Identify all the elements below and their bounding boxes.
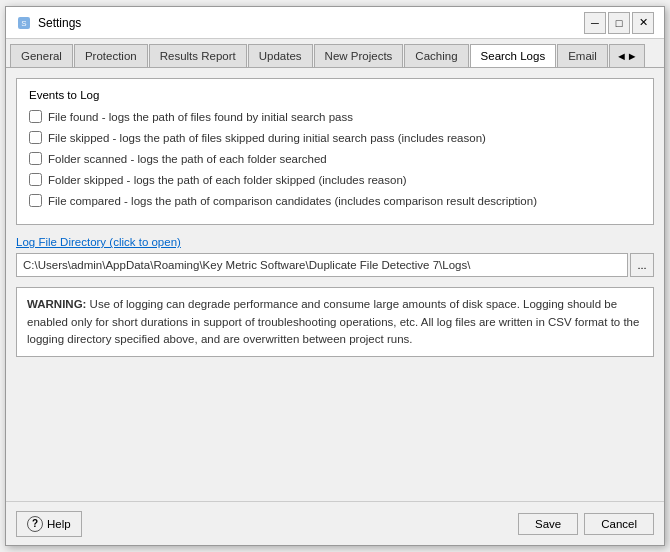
- file-found-checkbox[interactable]: [29, 110, 42, 123]
- maximize-button[interactable]: □: [608, 12, 630, 34]
- footer-left: ? Help: [16, 511, 82, 537]
- tab-bar: General Protection Results Report Update…: [6, 39, 664, 68]
- tab-search-logs[interactable]: Search Logs: [470, 44, 557, 68]
- help-button[interactable]: ? Help: [16, 511, 82, 537]
- tab-email[interactable]: Email: [557, 44, 608, 68]
- checkbox-row-file-skipped: File skipped - logs the path of files sk…: [29, 130, 641, 146]
- folder-skipped-checkbox[interactable]: [29, 173, 42, 186]
- tab-updates[interactable]: Updates: [248, 44, 313, 68]
- warning-text: Use of logging can degrade performance a…: [27, 298, 639, 345]
- file-compared-checkbox[interactable]: [29, 194, 42, 207]
- checkbox-row-file-found: File found - logs the path of files foun…: [29, 109, 641, 125]
- cancel-button[interactable]: Cancel: [584, 513, 654, 535]
- checkbox-row-file-compared: File compared - logs the path of compari…: [29, 193, 641, 209]
- tab-overflow-button[interactable]: ◄►: [609, 44, 645, 68]
- content-area: Events to Log File found - logs the path…: [6, 68, 664, 501]
- title-bar-left: S Settings: [16, 15, 81, 31]
- tab-caching[interactable]: Caching: [404, 44, 468, 68]
- tab-general[interactable]: General: [10, 44, 73, 68]
- tab-protection[interactable]: Protection: [74, 44, 148, 68]
- tab-new-projects[interactable]: New Projects: [314, 44, 404, 68]
- title-bar: S Settings ─ □ ✕: [6, 7, 664, 39]
- minimize-button[interactable]: ─: [584, 12, 606, 34]
- events-section-title: Events to Log: [29, 89, 641, 101]
- help-label: Help: [47, 518, 71, 530]
- file-found-label: File found - logs the path of files foun…: [48, 109, 353, 125]
- save-button[interactable]: Save: [518, 513, 578, 535]
- window-title: Settings: [38, 16, 81, 30]
- help-icon: ?: [27, 516, 43, 532]
- footer-right: Save Cancel: [518, 513, 654, 535]
- title-bar-controls: ─ □ ✕: [584, 12, 654, 34]
- warning-box: WARNING: Use of logging can degrade perf…: [16, 287, 654, 357]
- log-dir-input[interactable]: [16, 253, 628, 277]
- settings-window: S Settings ─ □ ✕ General Protection Resu…: [5, 6, 665, 546]
- svg-text:S: S: [21, 19, 26, 28]
- checkbox-row-folder-skipped: Folder skipped - logs the path of each f…: [29, 172, 641, 188]
- checkbox-row-folder-scanned: Folder scanned - logs the path of each f…: [29, 151, 641, 167]
- folder-skipped-label: Folder skipped - logs the path of each f…: [48, 172, 407, 188]
- app-icon: S: [16, 15, 32, 31]
- file-skipped-label: File skipped - logs the path of files sk…: [48, 130, 486, 146]
- file-skipped-checkbox[interactable]: [29, 131, 42, 144]
- events-section: Events to Log File found - logs the path…: [16, 78, 654, 225]
- log-dir-link[interactable]: Log File Directory (click to open): [16, 236, 181, 248]
- warning-bold: WARNING:: [27, 298, 86, 310]
- dir-input-row: ...: [16, 253, 654, 277]
- folder-scanned-label: Folder scanned - logs the path of each f…: [48, 151, 327, 167]
- folder-scanned-checkbox[interactable]: [29, 152, 42, 165]
- browse-button[interactable]: ...: [630, 253, 654, 277]
- close-button[interactable]: ✕: [632, 12, 654, 34]
- log-dir-section: Log File Directory (click to open) ...: [16, 235, 654, 277]
- footer: ? Help Save Cancel: [6, 501, 664, 545]
- tab-results-report[interactable]: Results Report: [149, 44, 247, 68]
- file-compared-label: File compared - logs the path of compari…: [48, 193, 537, 209]
